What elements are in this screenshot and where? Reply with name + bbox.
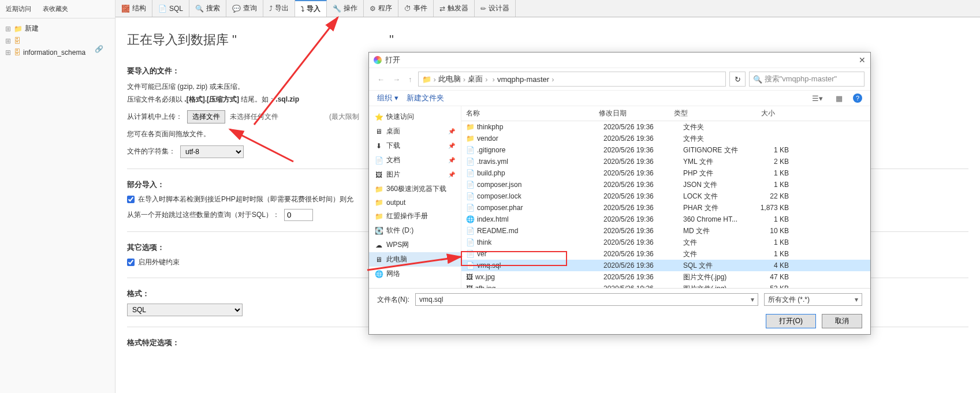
- tab-label: 查询: [243, 3, 257, 13]
- place-icon: ☁: [375, 241, 383, 249]
- open-button[interactable]: 打开(O): [766, 314, 816, 328]
- place-icon: 📄: [375, 156, 383, 164]
- nav-up-icon[interactable]: ↑: [406, 75, 415, 84]
- skip-input[interactable]: [284, 209, 313, 221]
- file-row[interactable]: 📁thinkphp2020/5/26 19:36文件夹: [461, 121, 870, 133]
- col-name[interactable]: 名称: [466, 108, 599, 118]
- place-item[interactable]: 🖼图片📌: [369, 167, 461, 182]
- place-item[interactable]: ⬇下载📌: [369, 139, 461, 153]
- path-segment[interactable]: 桌面: [468, 74, 483, 84]
- file-row[interactable]: 📄README.md2020/5/26 19:36MD 文件10 KB: [461, 225, 870, 237]
- view-details-icon[interactable]: ▦: [833, 94, 845, 103]
- path-segment[interactable]: vmqphp-master: [497, 75, 549, 84]
- tab-label: 结构: [132, 3, 146, 13]
- pin-icon: 📌: [448, 128, 455, 134]
- dialog-search-input[interactable]: 🔍 搜索"vmqphp-master": [749, 72, 865, 87]
- tab-6[interactable]: 🔧操作: [327, 0, 364, 17]
- tab-0[interactable]: 🧱结构: [115, 0, 152, 17]
- tab-5[interactable]: ⤵导入: [295, 0, 327, 17]
- place-item[interactable]: 📁360极速浏览器下载: [369, 182, 461, 196]
- place-item[interactable]: 🌐网络: [369, 267, 461, 281]
- tab-2[interactable]: 🔍搜索: [189, 0, 226, 17]
- cancel-button[interactable]: 取消: [822, 314, 862, 328]
- file-list-body[interactable]: 📁thinkphp2020/5/26 19:36文件夹📁vendor2020/5…: [461, 121, 870, 288]
- file-row[interactable]: 🌐index.html2020/5/26 19:36360 Chrome HT.…: [461, 214, 870, 225]
- file-date: 2020/5/26 19:36: [603, 146, 679, 154]
- chevron-down-icon[interactable]: ▾: [855, 295, 858, 304]
- tab-4[interactable]: ⤴导出: [263, 0, 295, 17]
- new-folder-button[interactable]: 新建文件夹: [407, 93, 444, 103]
- page-title: 正在导入到数据库 "xxxxxxxxxxxxxxxxxxxxxxxx": [127, 31, 968, 48]
- help-icon[interactable]: ?: [853, 93, 862, 103]
- chevron-down-icon[interactable]: ▾: [751, 295, 754, 304]
- view-list-icon[interactable]: ☰▾: [810, 94, 825, 103]
- organize-menu[interactable]: 组织 ▾: [377, 93, 398, 103]
- partial-checkbox-label: 在导入时脚本若检测到接近PHP超时时限（即需要花费很长时间）则允: [138, 194, 353, 204]
- file-row[interactable]: 📄think2020/5/26 19:36文件1 KB: [461, 237, 870, 248]
- file-row[interactable]: 📄ver2020/5/26 19:36文件1 KB: [461, 248, 870, 260]
- place-item[interactable]: ☁WPS网: [369, 238, 461, 252]
- dialog-nav: ← → ↑ 📁 › 此电脑›桌面››vmqphp-master› ↻ 🔍 搜索"…: [369, 68, 870, 90]
- tab-10[interactable]: ✏设计器: [475, 0, 516, 17]
- section-formatopts-title: 格式特定选项：: [127, 338, 968, 348]
- db-new-item[interactable]: ⊞ 📁 新建: [2, 22, 113, 35]
- place-item[interactable]: ⭐快速访问: [369, 110, 461, 124]
- col-date[interactable]: 修改日期: [599, 108, 674, 118]
- file-row[interactable]: 📄build.php2020/5/26 19:36PHP 文件1 KB: [461, 167, 870, 179]
- choose-file-button[interactable]: 选择文件: [187, 110, 225, 123]
- place-icon: 🖼: [375, 171, 383, 179]
- path-bar[interactable]: 📁 › 此电脑›桌面››vmqphp-master›: [418, 72, 726, 87]
- place-item[interactable]: 📄文档📌: [369, 153, 461, 167]
- tab-8[interactable]: ⏱事件: [398, 0, 434, 17]
- file-row[interactable]: 📄composer.phar2020/5/26 19:36PHAR 文件1,87…: [461, 202, 870, 214]
- place-item[interactable]: 🖥桌面📌: [369, 124, 461, 139]
- place-icon: 💽: [375, 227, 383, 235]
- sidebar-tab-recent[interactable]: 近期访问: [0, 2, 37, 16]
- path-segment[interactable]: 此电脑: [438, 74, 461, 84]
- format-select[interactable]: SQL: [127, 304, 243, 316]
- file-row[interactable]: 📄composer.json2020/5/26 19:36JSON 文件1 KB: [461, 179, 870, 190]
- filename-input[interactable]: vmq.sql▾: [415, 293, 758, 306]
- place-item[interactable]: 💽软件 (D:): [369, 223, 461, 238]
- file-row[interactable]: 🖼wx.jpg2020/5/26 19:36图片文件(.jpg)47 KB: [461, 271, 870, 283]
- col-type[interactable]: 类型: [674, 108, 740, 118]
- expand-icon: ⊞: [5, 25, 12, 33]
- dialog-title-text: 打开: [385, 55, 400, 65]
- nav-forward-icon[interactable]: →: [390, 75, 403, 84]
- file-row[interactable]: 🖼zfb.jpg2020/5/26 19:36图片文件(.jpg)53 KB: [461, 283, 870, 288]
- place-label: output: [386, 199, 405, 207]
- tab-9[interactable]: ⇄触发器: [434, 0, 475, 17]
- file-icon: 📄: [466, 250, 475, 258]
- tab-7[interactable]: ⚙程序: [364, 0, 398, 17]
- fk-checkbox[interactable]: [127, 259, 135, 266]
- place-item[interactable]: 🖥此电脑: [369, 252, 461, 267]
- charset-select[interactable]: utf-8: [180, 145, 244, 158]
- file-row[interactable]: 📁vendor2020/5/26 19:36文件夹: [461, 133, 870, 144]
- filename-label: 文件名(N):: [377, 295, 409, 305]
- file-list: 名称 修改日期 类型 大小 📁thinkphp2020/5/26 19:36文件…: [461, 106, 870, 288]
- tab-label: SQL: [169, 5, 183, 13]
- file-row[interactable]: 📄.travis.yml2020/5/26 19:36YML 文件2 KB: [461, 156, 870, 167]
- file-filter-select[interactable]: 所有文件 (*.*)▾: [764, 293, 862, 306]
- place-item[interactable]: 📁红盟操作手册: [369, 209, 461, 223]
- close-icon[interactable]: ✕: [859, 55, 866, 65]
- place-label: 软件 (D:): [386, 226, 413, 235]
- max-size-hint: (最大限制: [329, 112, 359, 122]
- file-row[interactable]: 📄composer.lock2020/5/26 19:36LOCK 文件22 K…: [461, 190, 870, 202]
- partial-checkbox[interactable]: [127, 196, 135, 203]
- file-date: 2020/5/26 19:36: [603, 181, 679, 189]
- tab-1[interactable]: 📄SQL: [152, 0, 189, 17]
- place-icon: ⬇: [375, 142, 383, 150]
- place-label: 文档: [386, 155, 400, 165]
- place-icon: 🌐: [375, 270, 383, 278]
- file-row[interactable]: 📄.gitignore2020/5/26 19:36GITIGNORE 文件1 …: [461, 144, 870, 156]
- file-row[interactable]: 📄vmq.sql2020/5/26 19:36SQL 文件4 KB: [461, 260, 870, 271]
- place-item[interactable]: 📁output: [369, 196, 461, 209]
- upload-label: 从计算机中上传：: [127, 112, 182, 122]
- tab-3[interactable]: 💬查询: [226, 0, 263, 17]
- col-size[interactable]: 大小: [740, 108, 775, 118]
- nav-back-icon[interactable]: ←: [375, 75, 387, 84]
- refresh-button[interactable]: ↻: [729, 72, 746, 87]
- place-icon: 📁: [375, 185, 383, 193]
- sidebar-tab-fav[interactable]: 表收藏夹: [37, 2, 74, 16]
